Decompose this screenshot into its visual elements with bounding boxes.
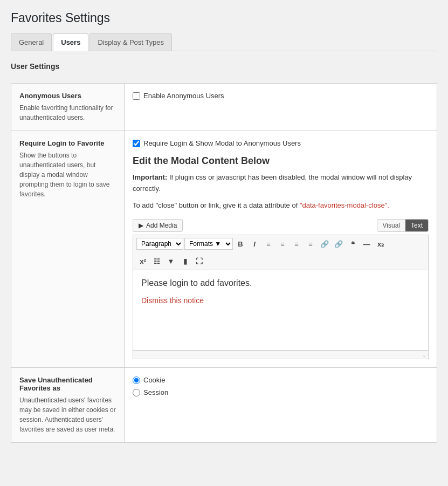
align-left-button[interactable]: ≡ [290, 237, 303, 250]
content-cell-anonymous: Enable Anonymous Users [125, 84, 437, 131]
session-radio[interactable] [133, 389, 140, 396]
label-desc-require-login: Show the buttons to unauthenticated user… [19, 150, 116, 199]
view-tab-visual[interactable]: Visual [377, 220, 405, 231]
link-button[interactable]: 🔗 [318, 237, 331, 250]
label-title-save-unauth: Save Unauthenticated Favorites as [19, 376, 116, 392]
cookie-radio[interactable] [133, 377, 140, 384]
session-radio-label[interactable]: Session [133, 388, 429, 396]
label-cell-save-unauth: Save Unauthenticated Favorites as Unauth… [11, 368, 125, 443]
require-login-checkbox[interactable] [133, 140, 140, 147]
editor-toolbar-top: ▶ Add Media Visual Text [133, 219, 429, 232]
content-cell-save-unauth: Cookie Session [125, 368, 437, 443]
anonymous-checkbox-text: Enable Anonymous Users [143, 92, 224, 100]
unlink-button[interactable]: 🔗 [332, 237, 345, 250]
superscript-button[interactable]: x² [136, 255, 149, 268]
tab-general[interactable]: General [11, 33, 52, 51]
label-desc-anonymous: Enable favoriting functionality for unau… [19, 103, 116, 122]
editor-resize-handle[interactable]: ⌞ [133, 351, 429, 359]
table-dropdown-button[interactable]: ▼ [164, 255, 177, 268]
table-button[interactable]: ☷ [150, 255, 163, 268]
editor-toolbar-row2: x² ☷ ▼ ▮ ⛶ [133, 252, 429, 270]
require-login-checkbox-label[interactable]: Require Login & Show Modal to Anonymous … [133, 139, 429, 147]
ul-button[interactable]: ≡ [262, 237, 275, 250]
session-label: Session [143, 388, 168, 396]
modal-section-title: Edit the Modal Content Below [133, 155, 429, 167]
tab-display-post-types[interactable]: Display & Post Types [89, 33, 172, 51]
hr-button[interactable]: — [360, 237, 373, 250]
view-tabs: Visual Text [377, 219, 429, 232]
ol-button[interactable]: ≡ [276, 237, 289, 250]
label-title-anonymous: Anonymous Users [19, 92, 116, 100]
table-row: Anonymous Users Enable favoriting functi… [11, 84, 437, 131]
add-media-icon: ▶ [139, 222, 143, 229]
cookie-radio-label[interactable]: Cookie [133, 376, 429, 384]
bold-button[interactable]: B [234, 237, 247, 250]
fullscreen-button[interactable]: ⛶ [192, 255, 205, 268]
label-title-require-login: Require Login to Favorite [19, 139, 116, 147]
anonymous-checkbox[interactable] [133, 92, 140, 100]
note-text: To add "close" button or link, give it a… [133, 200, 429, 211]
formats-select[interactable]: Formats ▼ [184, 238, 233, 250]
section-title: User Settings [11, 62, 437, 75]
label-desc-save-unauth: Unauthenticated users' favorites may be … [19, 395, 116, 434]
editor-content-text: Please login to add favorites. [141, 278, 420, 288]
cookie-label: Cookie [143, 376, 165, 384]
note-quoted: "data-favorites-modal-close". [300, 201, 389, 209]
label-cell-require-login: Require Login to Favorite Show the butto… [11, 131, 125, 368]
anonymous-checkbox-label[interactable]: Enable Anonymous Users [133, 92, 429, 100]
tab-users[interactable]: Users [53, 33, 88, 51]
table-row-require-login: Require Login to Favorite Show the butto… [11, 131, 437, 368]
italic-button[interactable]: I [248, 237, 261, 250]
settings-table: Anonymous Users Enable favoriting functi… [11, 83, 437, 443]
align-right-button[interactable]: ≡ [304, 237, 317, 250]
table-row-save-unauth: Save Unauthenticated Favorites as Unauth… [11, 368, 437, 443]
resize-icon: ⌞ [423, 352, 426, 358]
blockquote-button[interactable]: ❝ [346, 237, 359, 250]
page-title: Favorites Settings [11, 11, 437, 25]
paragraph-select[interactable]: Paragraph [136, 238, 183, 250]
editor-toolbar-row1: Paragraph Formats ▼ B I ≡ ≡ ≡ ≡ 🔗 🔗 ❝ — … [133, 235, 429, 252]
add-media-label: Add Media [146, 222, 177, 229]
content-cell-require-login: Require Login & Show Modal to Anonymous … [125, 131, 437, 368]
important-text: Important: If plugin css or javascript h… [133, 172, 429, 195]
tabs-container: General Users Display & Post Types [11, 33, 437, 51]
editor-dismiss-text: Dismiss this notice [141, 296, 420, 305]
view-tab-text[interactable]: Text [405, 220, 428, 231]
label-cell-anonymous: Anonymous Users Enable favoriting functi… [11, 84, 125, 131]
add-media-button[interactable]: ▶ Add Media [133, 219, 183, 232]
special-chars-button[interactable]: ▮ [178, 255, 191, 268]
require-login-checkbox-text: Require Login & Show Modal to Anonymous … [143, 139, 301, 147]
editor-content[interactable]: Please login to add favorites. Dismiss t… [133, 270, 429, 351]
subscript-button[interactable]: x₂ [374, 237, 387, 250]
